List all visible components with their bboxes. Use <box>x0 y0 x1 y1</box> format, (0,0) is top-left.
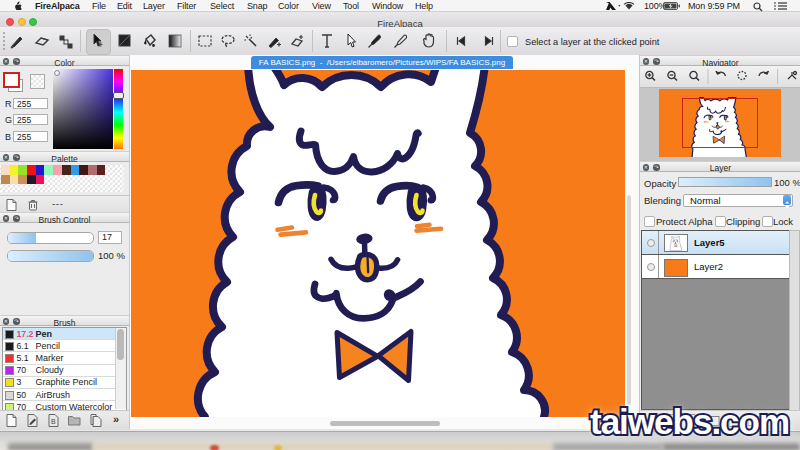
svg-text:B: B <box>51 418 56 425</box>
